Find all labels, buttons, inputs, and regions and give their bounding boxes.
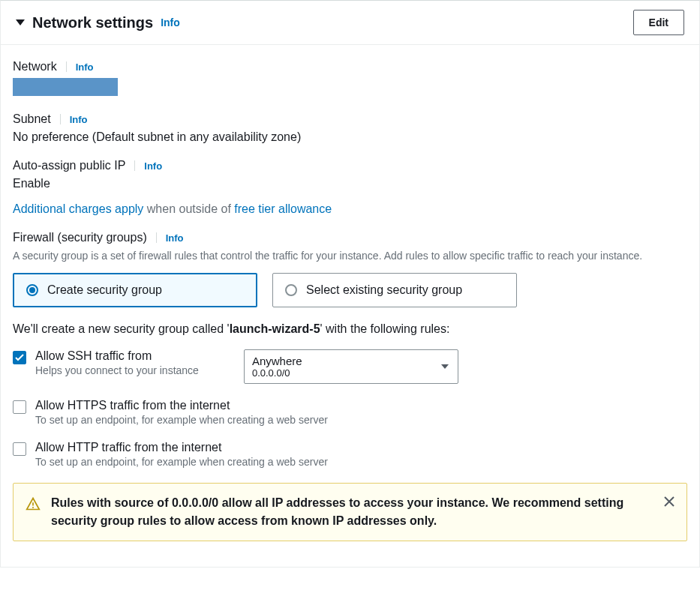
allow-http-desc: To set up an endpoint, for example when … — [35, 456, 687, 468]
chevron-down-icon — [441, 364, 449, 369]
network-info-link[interactable]: Info — [76, 61, 94, 73]
free-tier-link[interactable]: free tier allowance — [234, 202, 332, 215]
network-settings-panel: Network settings Info Edit Network Info … — [0, 0, 700, 568]
auto-assign-info-link[interactable]: Info — [144, 160, 162, 172]
separator — [134, 160, 135, 171]
header-info-link[interactable]: Info — [161, 16, 180, 28]
allow-ssh-checkbox[interactable] — [13, 351, 26, 364]
separator — [156, 232, 157, 243]
create-security-group-radio[interactable]: Create security group — [13, 273, 257, 307]
close-warning-button[interactable] — [664, 494, 674, 509]
radio-icon — [285, 284, 297, 296]
panel-title: Network settings — [32, 14, 153, 31]
allow-https-title: Allow HTTPS traffic from the internet — [35, 399, 687, 412]
additional-charges-link[interactable]: Additional charges apply — [13, 202, 143, 215]
create-sg-label: Create security group — [47, 283, 162, 297]
allow-https-row: Allow HTTPS traffic from the internet To… — [13, 399, 687, 426]
allow-https-desc: To set up an endpoint, for example when … — [35, 414, 687, 426]
select-existing-security-group-radio[interactable]: Select existing security group — [272, 273, 517, 307]
select-sg-label: Select existing security group — [306, 283, 462, 297]
collapse-toggle-icon[interactable] — [16, 19, 25, 25]
edit-button[interactable]: Edit — [633, 10, 684, 35]
network-label: Network — [13, 60, 57, 73]
open-source-warning: Rules with source of 0.0.0.0/0 allow all… — [13, 483, 687, 541]
ssh-source-main: Anywhere — [252, 355, 435, 367]
firewall-desc: A security group is a set of firewall ru… — [13, 249, 687, 264]
warning-icon — [26, 496, 41, 514]
auto-assign-value: Enable — [13, 177, 687, 190]
network-value-redacted — [13, 78, 118, 96]
ssh-source-select[interactable]: Anywhere 0.0.0.0/0 — [244, 349, 458, 384]
auto-assign-label: Auto-assign public IP — [13, 159, 125, 172]
ssh-source-sub: 0.0.0.0/0 — [252, 367, 435, 379]
warning-text: Rules with source of 0.0.0.0/0 allow all… — [51, 494, 653, 530]
allow-ssh-desc: Helps you connect to your instance — [35, 364, 199, 376]
subnet-value: No preference (Default subnet in any ava… — [13, 130, 687, 144]
subnet-label: Subnet — [13, 112, 51, 126]
subnet-info-link[interactable]: Info — [70, 114, 88, 125]
firewall-label: Firewall (security groups) — [13, 231, 147, 244]
allow-http-row: Allow HTTP traffic from the internet To … — [13, 441, 687, 468]
network-field: Network Info — [13, 60, 687, 96]
allow-ssh-row: Allow SSH traffic from Helps you connect… — [13, 349, 687, 384]
subnet-field: Subnet Info No preference (Default subne… — [13, 112, 687, 144]
svg-point-1 — [32, 507, 34, 508]
check-icon — [15, 354, 24, 361]
panel-header: Network settings Info Edit — [1, 1, 699, 45]
auto-assign-field: Auto-assign public IP Info Enable Additi… — [13, 159, 687, 216]
sg-name: launch-wizard-5 — [230, 322, 320, 335]
firewall-field: Firewall (security groups) Info A securi… — [13, 231, 687, 541]
separator — [60, 114, 61, 124]
radio-icon — [26, 284, 38, 296]
separator — [66, 61, 67, 72]
allow-http-title: Allow HTTP traffic from the internet — [35, 441, 687, 454]
outside-text: when outside of — [143, 202, 234, 215]
allow-ssh-title: Allow SSH traffic from — [35, 349, 199, 363]
allow-http-checkbox[interactable] — [13, 442, 26, 456]
allow-https-checkbox[interactable] — [13, 400, 26, 414]
sg-intro-text: We'll create a new security group called… — [13, 322, 687, 336]
firewall-info-link[interactable]: Info — [166, 232, 184, 244]
